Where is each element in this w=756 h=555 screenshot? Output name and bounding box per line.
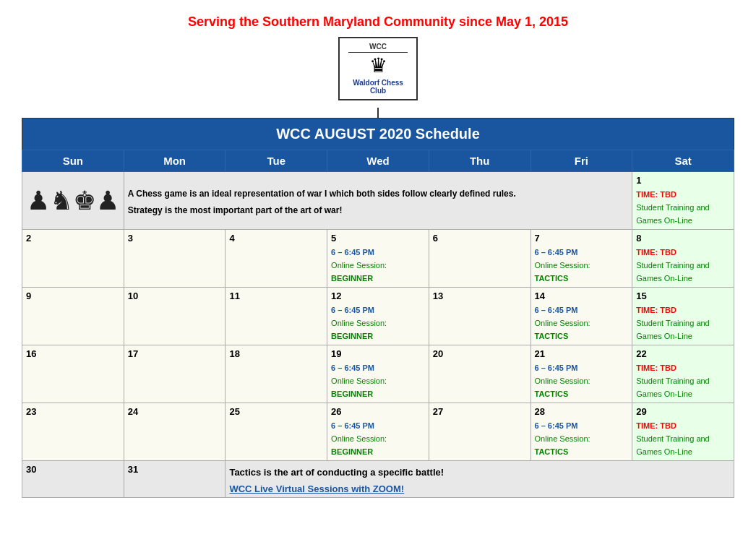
zoom-sessions-link[interactable]: WCC Live Virtual Sessions with ZOOM!: [229, 483, 730, 494]
cell-wed-19: 19 6 – 6:45 PM Online Session: BEGINNER: [327, 345, 429, 403]
day-header-wed: Wed: [327, 150, 429, 172]
chess-pieces-icon: ♟♞♚♟: [22, 186, 124, 216]
quote-text-cell: A Chess game is an ideal representation …: [124, 172, 632, 230]
day-header-thu: Thu: [429, 150, 531, 172]
calendar-table: WCC AUGUST 2020 Schedule Sun Mon Tue Wed…: [22, 118, 734, 498]
cell-tue-18: 18: [225, 345, 327, 403]
cell-sun-2: 2: [22, 230, 124, 288]
cell-wed-12: 12 6 – 6:45 PM Online Session: BEGINNER: [327, 288, 429, 345]
cell-tue-11: 11: [225, 288, 327, 345]
logo-container: WCC ♛ Waldorf Chess Club: [338, 37, 418, 100]
day-header-sun: Sun: [22, 150, 124, 172]
cell-tue-4: 4: [225, 230, 327, 288]
day-header-tue: Tue: [225, 150, 327, 172]
day-names-row: Sun Mon Tue Wed Thu Fri Sat: [22, 150, 734, 172]
sat-day-1-cell: 1 TIME: TBD Student Training and Games O…: [632, 172, 734, 230]
day-header-fri: Fri: [531, 150, 632, 172]
logo-club-name: Waldorf Chess Club: [348, 79, 408, 95]
cell-wed-26: 26 6 – 6:45 PM Online Session: BEGINNER: [327, 403, 429, 461]
chess-image-cell: ♟♞♚♟: [22, 172, 124, 230]
day-header-mon: Mon: [124, 150, 225, 172]
quote-sub: Strategy is the most important part of t…: [128, 205, 629, 215]
day-header-sat: Sat: [632, 150, 734, 172]
cell-mon-24: 24: [124, 403, 225, 461]
week-row-2: 2 3 4 5 6 – 6:45 PM Online Session: BEGI…: [22, 230, 734, 288]
cell-thu-6: 6: [429, 230, 531, 288]
cell-mon-3: 3: [124, 230, 225, 288]
quote-row: ♟♞♚♟ A Chess game is an ideal representa…: [22, 172, 734, 230]
week-row-9: 9 10 11 12 6 – 6:45 PM Online Session: B…: [22, 288, 734, 345]
cell-sat-15: 15 TIME: TBD Student Training and Games …: [632, 288, 734, 345]
calendar-wrapper: WCC AUGUST 2020 Schedule Sun Mon Tue Wed…: [22, 118, 734, 498]
page-tagline: Serving the Southern Maryland Community …: [188, 14, 568, 30]
sat-day-1-num: 1: [636, 175, 730, 186]
last-row: 30 31 Tactics is the art of conducting a…: [22, 461, 734, 498]
connector-line: [377, 108, 379, 118]
cell-fri-21: 21 6 – 6:45 PM Online Session: TACTICS: [531, 345, 632, 403]
sat-day-1-label: Student Training and Games On-Line: [636, 203, 710, 225]
cell-sat-29: 29 TIME: TBD Student Training and Games …: [632, 403, 734, 461]
cell-thu-27: 27: [429, 403, 531, 461]
week-row-23: 23 24 25 26 6 – 6:45 PM Online Session: …: [22, 403, 734, 461]
calendar-header-row: WCC AUGUST 2020 Schedule: [22, 119, 734, 150]
cell-sun-30: 30: [22, 461, 124, 498]
cell-sun-23: 23: [22, 403, 124, 461]
cell-wed-5: 5 6 – 6:45 PM Online Session: BEGINNER: [327, 230, 429, 288]
cell-thu-13: 13: [429, 288, 531, 345]
cell-thu-20: 20: [429, 345, 531, 403]
quote-main: A Chess game is an ideal representation …: [128, 189, 516, 199]
cell-fri-14: 14 6 – 6:45 PM Online Session: TACTICS: [531, 288, 632, 345]
cell-sat-8: 8 TIME: TBD Student Training and Games O…: [632, 230, 734, 288]
cell-mon-31: 31: [124, 461, 225, 498]
cell-sun-16: 16: [22, 345, 124, 403]
cell-sat-22: 22 TIME: TBD Student Training and Games …: [632, 345, 734, 403]
cell-fri-28: 28 6 – 6:45 PM Online Session: TACTICS: [531, 403, 632, 461]
cell-tue-25: 25: [225, 403, 327, 461]
cell-mon-10: 10: [124, 288, 225, 345]
last-row-tactics-text: Tactics is the art of conducting a speci…: [229, 467, 730, 478]
chess-crown-icon: ♛: [348, 56, 408, 76]
week-row-16: 16 17 18 19 6 – 6:45 PM Online Session: …: [22, 345, 734, 403]
cell-mon-17: 17: [124, 345, 225, 403]
logo-box: WCC ♛ Waldorf Chess Club: [338, 37, 418, 100]
sat-day-1-time: TIME: TBD: [636, 190, 676, 199]
cell-fri-7: 7 6 – 6:45 PM Online Session: TACTICS: [531, 230, 632, 288]
last-row-content-cell: Tactics is the art of conducting a speci…: [225, 461, 734, 498]
calendar-title: WCC AUGUST 2020 Schedule: [22, 119, 734, 150]
logo-top-text: WCC: [348, 43, 408, 53]
cell-sun-9: 9: [22, 288, 124, 345]
